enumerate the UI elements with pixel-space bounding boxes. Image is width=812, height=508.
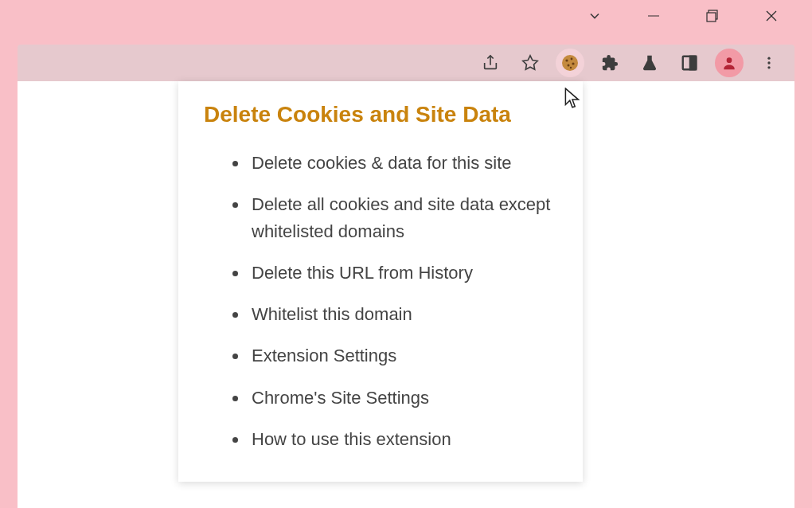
svg-point-16	[767, 57, 770, 60]
svg-point-15	[727, 57, 732, 63]
window-controls	[554, 0, 812, 32]
svg-point-11	[568, 64, 570, 67]
more-vertical-icon	[761, 55, 777, 71]
star-icon	[521, 54, 539, 72]
popup-item-whitelist-domain[interactable]: Whitelist this domain	[248, 301, 557, 328]
tab-dropdown-button[interactable]	[576, 0, 613, 32]
person-icon	[721, 55, 737, 71]
share-icon	[482, 54, 499, 72]
svg-point-9	[571, 58, 573, 61]
svg-marker-6	[523, 56, 537, 69]
menu-button[interactable]	[755, 49, 783, 77]
minimize-button[interactable]	[635, 0, 672, 32]
profile-button[interactable]	[715, 49, 744, 77]
svg-point-8	[565, 59, 568, 61]
popup-item-delete-this-site[interactable]: Delete cookies & data for this site	[248, 150, 557, 177]
close-icon	[765, 10, 778, 22]
svg-point-12	[570, 67, 572, 68]
labs-button[interactable]	[635, 49, 664, 77]
bookmark-button[interactable]	[516, 49, 545, 77]
cookie-extension-button[interactable]	[556, 49, 584, 77]
svg-point-18	[767, 66, 770, 68]
svg-rect-14	[690, 57, 696, 70]
svg-point-17	[767, 61, 770, 64]
extension-popup: Delete Cookies and Site Data Delete cook…	[178, 81, 583, 482]
extensions-button[interactable]	[595, 49, 624, 77]
maximize-button[interactable]	[694, 0, 731, 32]
svg-rect-2	[707, 13, 716, 21]
popup-item-extension-settings[interactable]: Extension Settings	[248, 342, 557, 369]
maximize-icon	[706, 10, 719, 22]
minimize-icon	[647, 10, 660, 22]
popup-item-how-to-use[interactable]: How to use this extension	[248, 426, 557, 453]
popup-item-delete-all-except-whitelist[interactable]: Delete all cookies and site data except …	[248, 191, 557, 245]
close-button[interactable]	[753, 0, 790, 32]
popup-item-delete-url-history[interactable]: Delete this URL from History	[248, 260, 557, 287]
svg-point-10	[572, 62, 574, 64]
flask-icon	[641, 54, 658, 72]
browser-toolbar	[18, 45, 794, 81]
sidepanel-icon	[681, 54, 698, 72]
sidepanel-button[interactable]	[675, 49, 704, 77]
cookie-icon	[560, 53, 580, 72]
popup-title: Delete Cookies and Site Data	[204, 102, 557, 127]
puzzle-icon	[601, 54, 619, 72]
popup-item-chrome-site-settings[interactable]: Chrome's Site Settings	[248, 385, 557, 412]
popup-menu: Delete cookies & data for this site Dele…	[204, 150, 557, 453]
chevron-down-icon	[587, 8, 603, 24]
share-button[interactable]	[476, 49, 505, 77]
svg-point-7	[562, 55, 578, 71]
